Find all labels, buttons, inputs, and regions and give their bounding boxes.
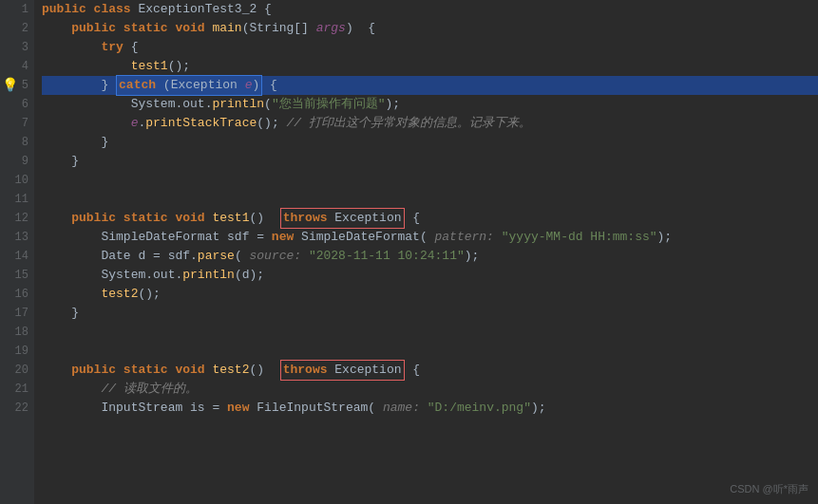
str-date: "2028-11-11 10:24:11"	[309, 247, 465, 266]
gutter-15: 15	[0, 266, 29, 285]
dot5: .	[175, 266, 182, 285]
code-line-7: e.printStackTrace(); // 打印出这个异常对象的信息。记录下…	[42, 114, 818, 133]
code-line-5: } catch (Exception e) {	[42, 76, 818, 95]
param-e: e	[245, 78, 253, 92]
gutter-1: 1	[0, 0, 29, 19]
code-line-18	[42, 323, 818, 342]
kw-throws-1: throws	[283, 211, 335, 225]
kw-try: try	[101, 38, 130, 57]
gutter-21: 21	[0, 380, 29, 399]
method-main: main	[212, 19, 241, 38]
code-line-6: System.out.println("您当前操作有问题");	[42, 95, 818, 114]
gutter-7: 7	[0, 114, 29, 133]
code-line-20: public static void test2() throws Except…	[42, 361, 818, 380]
str-problem: "您当前操作有问题"	[272, 95, 386, 114]
class-name-1: ExceptionTest3_2 {	[138, 0, 271, 19]
kw-static-12: static	[124, 209, 176, 228]
var-e: e	[131, 114, 139, 133]
type-exception: Exception	[171, 78, 238, 92]
indent-5	[42, 76, 101, 95]
throws-box-1: throws Exception	[280, 208, 405, 229]
kw-void: void	[175, 19, 212, 38]
code-line-22: InputStream is = new FileInputStream( na…	[42, 399, 818, 418]
kw-public-12: public	[71, 209, 124, 228]
code-line-10	[42, 171, 818, 190]
indent-17	[42, 304, 71, 323]
hint-pattern: pattern:	[435, 228, 502, 247]
param-args: args	[316, 19, 346, 38]
test1-brace: {	[406, 209, 421, 228]
type-system2: System	[101, 266, 145, 285]
gutter-17: 17	[0, 304, 29, 323]
kw-public-1: public	[42, 0, 94, 19]
gutter-19: 19	[0, 342, 29, 361]
throws-box-2: throws Exception	[280, 360, 405, 381]
sdf-var: sdf =	[219, 228, 272, 247]
gutter-18: 18	[0, 323, 29, 342]
brace-8: }	[101, 133, 108, 152]
method-println2: println	[182, 266, 235, 285]
indent-9	[42, 152, 71, 171]
code-line-4: test1();	[42, 57, 818, 76]
comment-file: // 读取文件的。	[101, 380, 197, 399]
line-numbers: 1 2 3 4 💡 5 6 7 8 9 10 11 12 13 14 15 16…	[0, 0, 34, 504]
code-line-21: // 读取文件的。	[42, 380, 818, 399]
kw-public-20: public	[71, 361, 124, 380]
gutter-14: 14	[0, 247, 29, 266]
method-stack: printStackTrace	[145, 114, 257, 133]
catch-brace: {	[262, 76, 277, 95]
indent-22	[42, 399, 101, 418]
method-test1: test1	[212, 209, 249, 228]
out2: out	[153, 266, 175, 285]
gutter-22: 22	[0, 399, 29, 418]
code-line-2: public static void main(String[] args) {	[42, 19, 818, 38]
method-test1-call: test1	[131, 57, 168, 76]
fis-close: );	[531, 399, 546, 418]
type-sdf2: SimpleDateFormat	[301, 228, 420, 247]
indent-13	[42, 228, 101, 247]
indent-21	[42, 380, 101, 399]
code-line-1: public class ExceptionTest3_2 {	[42, 0, 818, 19]
fis-paren: (	[368, 399, 383, 418]
indent-15	[42, 266, 101, 285]
code-line-16: test2();	[42, 285, 818, 304]
kw-public-2: public	[71, 19, 124, 38]
stack-semi: ();	[257, 114, 286, 133]
indent-20	[42, 361, 71, 380]
indent-4	[42, 57, 131, 76]
gutter-13: 13	[0, 228, 29, 247]
brace-17: }	[71, 304, 79, 323]
gutter-3: 3	[0, 38, 29, 57]
kw-catch: catch	[119, 78, 163, 92]
test2-semi: ();	[138, 285, 160, 304]
code-content: public class ExceptionTest3_2 { public s…	[34, 0, 818, 504]
code-line-11	[42, 190, 818, 209]
gutter-6: 6	[0, 95, 29, 114]
close-try: }	[101, 76, 116, 95]
kw-new-2: new	[227, 399, 257, 418]
test2-paren: ()	[249, 361, 278, 380]
type-exception-2: Exception	[334, 363, 401, 377]
watermark: CSDN @听*雨声	[730, 482, 808, 496]
hint-icon: 💡	[2, 76, 18, 95]
test1-paren: ()	[249, 209, 278, 228]
println-paren: (	[264, 95, 272, 114]
code-line-17: }	[42, 304, 818, 323]
kw-throws-2: throws	[283, 363, 335, 377]
type-date: Date	[101, 247, 130, 266]
gutter-2: 2	[0, 19, 29, 38]
gutter-11: 11	[0, 190, 29, 209]
gutter-5: 💡 5	[0, 76, 29, 95]
code-line-14: Date d = sdf.parse( source: "2028-11-11 …	[42, 247, 818, 266]
code-line-19	[42, 342, 818, 361]
indent-12	[42, 209, 71, 228]
indent-3	[42, 38, 101, 57]
indent-6	[42, 95, 131, 114]
code-line-13: SimpleDateFormat sdf = new SimpleDateFor…	[42, 228, 818, 247]
brace-9: }	[71, 152, 79, 171]
main-params: (	[242, 19, 250, 38]
gutter-10: 10	[0, 171, 29, 190]
code-line-9: }	[42, 152, 818, 171]
hint-name: name:	[383, 399, 428, 418]
gutter-16: 16	[0, 285, 29, 304]
